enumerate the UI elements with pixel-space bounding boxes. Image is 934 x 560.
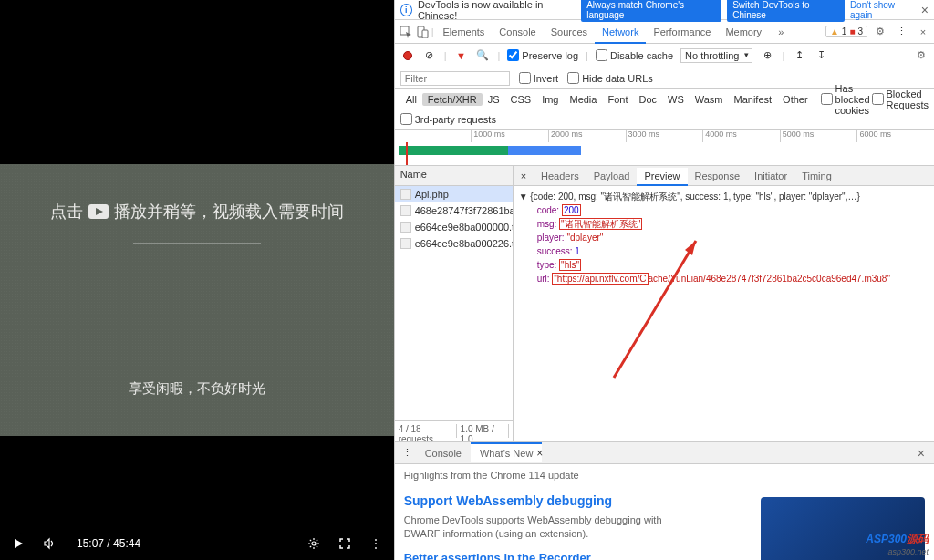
divider [133,243,261,244]
tab-elements[interactable]: Elements [435,22,492,42]
hide-dataurls-checkbox[interactable]: Hide data URLs [567,72,653,84]
upload-icon[interactable]: ↥ [792,48,806,63]
time-display: 15:07 / 45:44 [77,537,140,550]
type-doc[interactable]: Doc [633,93,662,106]
detail-tab-response[interactable]: Response [688,168,748,184]
tab-more[interactable]: » [771,22,791,42]
type-ws[interactable]: WS [662,93,690,106]
device-toggle-icon[interactable] [415,25,430,39]
clear-button[interactable]: ⊘ [422,48,437,63]
banner-switch-button[interactable]: Switch DevTools to Chinese [727,0,845,22]
preserve-log-checkbox[interactable]: Preserve log [507,49,578,61]
network-settings-icon[interactable]: ⚙ [914,48,929,63]
tab-close-icon[interactable]: × [536,447,543,460]
youtube-play-icon [88,204,109,219]
type-manifest[interactable]: Manifest [729,93,778,106]
tab-console[interactable]: Console [492,22,543,42]
video-controls: 15:07 / 45:44 ⋮ [0,527,394,560]
file-icon [400,189,411,200]
timeline-marker [406,142,408,165]
timeline-tick: 3000 ms [626,130,703,142]
timeline-overview[interactable]: 1000 ms2000 ms3000 ms4000 ms5000 ms6000 … [395,130,934,166]
volume-button[interactable] [42,536,57,551]
whats-new-body[interactable]: Highlights from the Chrome 114 update Su… [395,464,934,560]
throttling-select[interactable]: No throttling [680,48,752,63]
tab-sources[interactable]: Sources [544,22,595,42]
detail-tab-headers[interactable]: Headers [534,168,586,184]
record-button[interactable] [400,48,415,63]
type-media[interactable]: Media [564,93,602,106]
json-summary: {code: 200, msg: "诸讯智能解析系统", success: 1,… [530,192,859,202]
fullscreen-button[interactable] [337,536,352,551]
type-wasm[interactable]: Wasm [690,93,729,106]
detail-tab-payload[interactable]: Payload [586,168,638,184]
request-item[interactable]: e664ce9e8ba000226.ts [395,235,513,252]
tab-network[interactable]: Network [595,22,646,44]
detail-tab-timing[interactable]: Timing [794,168,839,184]
drawer-tab-console[interactable]: Console [416,444,471,462]
video-content[interactable]: 点击 播放并稍等，视频载入需要时间 享受闲暇，不负好时光 [0,164,394,436]
type-all[interactable]: All [400,93,422,106]
preview-body[interactable]: ▼ {code: 200, msg: "诸讯智能解析系统", success: … [514,186,934,441]
blocked-requests-checkbox[interactable]: Blocked Requests [872,88,929,110]
request-item[interactable]: e664ce9e8ba000000.ts [395,219,513,235]
drawer-tab-what-s-new[interactable]: What's New [471,442,542,462]
svg-rect-4 [422,30,428,38]
tab-performance[interactable]: Performance [646,22,718,42]
tab-memory[interactable]: Memory [718,22,769,42]
file-icon [400,205,411,216]
invert-checkbox[interactable]: Invert [519,72,559,84]
more-button[interactable]: ⋮ [368,536,383,551]
video-letterbox-top [0,0,394,164]
detail-tab-preview[interactable]: Preview [637,168,687,186]
timeline-tick [395,130,472,142]
timeline-tick: 6000 ms [856,130,934,142]
watermark: ASP300源码 asp300.net [866,532,929,556]
language-banner: i DevTools is now available in Chinese! … [395,0,934,20]
type-fetch-xhr[interactable]: Fetch/XHR [422,93,483,106]
banner-match-button[interactable]: Always match Chrome's language [581,0,721,22]
request-item[interactable]: 468e28747f3f72861ba2c5... [395,202,513,219]
filter-input[interactable] [400,71,510,86]
download-icon[interactable]: ↧ [814,48,828,63]
type-filter-row: AllFetch/XHRJSCSSImgMediaFontDocWSWasmMa… [395,89,934,109]
video-prompt-b: 播放并稍等，视频载入需要时间 [114,201,344,223]
request-item[interactable]: Api.php [395,186,513,202]
play-button[interactable] [11,536,26,551]
warnings-badge[interactable]: ▲1 ■3 [825,26,867,37]
info-icon: i [400,4,412,16]
video-prompt: 点击 播放并稍等，视频载入需要时间 [50,201,344,223]
wifi-icon[interactable]: ⊕ [760,48,774,63]
disable-cache-checkbox[interactable]: Disable cache [596,49,673,61]
devtools-menu-icon[interactable]: ⋮ [893,26,910,37]
settings-icon[interactable]: ⚙ [873,25,887,39]
file-icon [400,238,411,249]
type-css[interactable]: CSS [505,93,537,106]
third-party-row: 3rd-party requests [395,109,934,130]
detail-tab-initiator[interactable]: Initiator [747,168,794,184]
type-img[interactable]: Img [536,93,564,106]
video-player: 点击 播放并稍等，视频载入需要时间 享受闲暇，不负好时光 15:07 / 45:… [0,0,394,560]
banner-close-icon[interactable]: × [921,3,929,17]
close-devtools-icon[interactable]: × [916,25,930,39]
timeline-tick: 1000 ms [471,130,548,142]
svg-point-1 [312,542,316,545]
type-other[interactable]: Other [777,93,814,106]
video-tagline: 享受闲暇，不负好时光 [129,380,265,398]
third-party-checkbox[interactable]: 3rd-party requests [400,113,496,125]
status-size: 1.0 MB / 1.0 [461,424,509,438]
banner-dismiss-link[interactable]: Don't show again [850,0,916,20]
filter-toggle-icon[interactable]: ▼ [453,48,468,63]
drawer-close-icon[interactable]: × [912,446,930,461]
type-font[interactable]: Font [602,93,633,106]
detail-close-icon[interactable]: × [517,171,530,181]
drawer-menu-icon[interactable]: ⋮ [399,447,416,459]
inspect-icon[interactable] [399,25,413,39]
request-detail: × HeadersPayloadPreviewResponseInitiator… [514,166,934,441]
search-icon[interactable]: 🔍 [475,48,490,63]
banner-text: DevTools is now available in Chinese! [418,0,576,21]
drawer: ⋮ ConsoleWhat's New × × Highlights from … [395,441,934,560]
settings-button[interactable] [306,536,321,551]
list-header-name[interactable]: Name [395,166,513,186]
type-js[interactable]: JS [483,93,505,106]
